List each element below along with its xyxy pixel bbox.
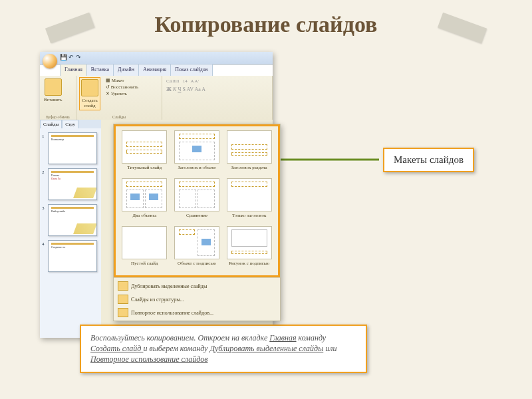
gallery-footer: Дублировать выделенные слайды Слайды из … (114, 277, 280, 321)
outline-icon (118, 295, 128, 304)
reuse-slides-item[interactable]: Повторное использование слайдов... (114, 306, 280, 319)
layout-button[interactable]: ▦ Макет (104, 77, 140, 84)
powerpoint-screenshot: 💾 ↶ ↷ Главная Вставка Дизайн Анимация По… (40, 52, 273, 338)
clipboard-icon (45, 78, 62, 96)
tab-home[interactable]: Главная (60, 64, 87, 76)
tab-animation[interactable]: Анимация (138, 64, 171, 76)
delete-button[interactable]: ✕ Удалить (104, 90, 140, 97)
new-slide-button[interactable]: Создать слайд (79, 77, 100, 110)
outline-tab[interactable]: Стру (62, 120, 78, 128)
reuse-icon (118, 308, 128, 317)
layout-comparison[interactable]: Сравнение (172, 178, 222, 223)
layout-picture-caption[interactable]: Рисунок с подписью (224, 226, 274, 271)
tab-slideshow[interactable]: Показ слайдов (170, 64, 212, 76)
ribbon-tabs: Главная Вставка Дизайн Анимация Показ сл… (60, 64, 212, 76)
layout-blank[interactable]: Пустой слайд (120, 226, 170, 271)
layout-title[interactable]: Титульный слайд (120, 130, 170, 176)
slides-from-outline-item[interactable]: Слайды из структуры... (114, 293, 280, 306)
slides-tab[interactable]: Слайды (40, 120, 62, 128)
font-group: Calibri 14 A A' Ж К Ч S AV Aa A (162, 76, 273, 120)
slide-thumb-1[interactable]: 1Компьютер (43, 132, 98, 164)
duplicate-icon (118, 281, 128, 291)
panel-tabs: Слайды Стру (40, 120, 101, 128)
slides-group: Создать слайд ▦ Макет ↺ Восстановить ✕ У… (76, 76, 162, 120)
quick-access-toolbar[interactable]: 💾 ↶ ↷ (60, 54, 81, 61)
clipboard-group: Вставить Буфер обмена (40, 76, 76, 120)
office-button[interactable] (43, 54, 57, 68)
slide-thumb-3[interactable]: 3Выбор шабл (43, 204, 98, 236)
layout-gallery: Титульный слайд Заголовок и объект Загол… (113, 124, 281, 321)
instruction-box: Воспользуйтесь копированием. Откроем на … (80, 325, 367, 373)
layout-section-header[interactable]: Заголовок раздела (224, 130, 274, 176)
reset-button[interactable]: ↺ Восстановить (104, 84, 140, 90)
new-slide-icon (81, 79, 98, 96)
ribbon: Вставить Буфер обмена Создать слайд ▦ Ма… (40, 76, 273, 120)
slide-thumb-4[interactable]: 4Создание но (43, 240, 98, 272)
tab-insert[interactable]: Вставка (86, 64, 114, 76)
layout-title-only[interactable]: Только заголовок (224, 178, 274, 223)
layout-title-content[interactable]: Заголовок и объект (172, 130, 222, 176)
layout-content-caption[interactable]: Объект с подписью (172, 226, 222, 271)
slide-thumb-2[interactable]: 2НачалоОкна Ра (43, 168, 98, 200)
presentation-slide: Копирование слайдов 💾 ↶ ↷ Главная Вставк… (0, 0, 532, 399)
callout-layouts: Макеты слайдов (383, 148, 474, 172)
layout-grid: Титульный слайд Заголовок и объект Загол… (114, 124, 280, 277)
tab-design[interactable]: Дизайн (113, 64, 139, 76)
paste-button[interactable]: Вставить (43, 77, 63, 104)
duplicate-slides-item[interactable]: Дублировать выделенные слайды (114, 279, 280, 293)
layout-two-content[interactable]: Два объекта (120, 178, 170, 223)
slides-panel: Слайды Стру 1Компьютер 2НачалоОкна Ра 3В… (40, 120, 102, 338)
